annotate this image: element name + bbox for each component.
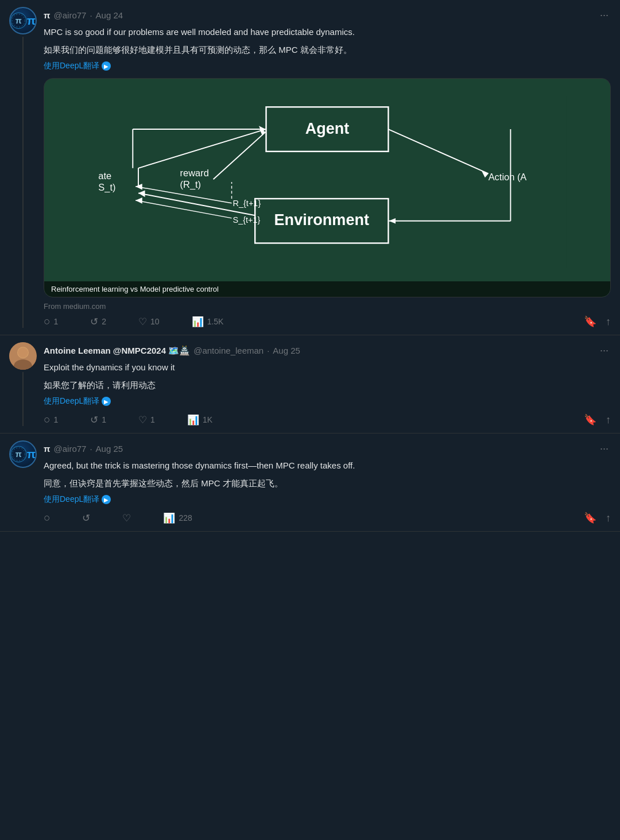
translate-link-3[interactable]: 使用DeepL翻译 ▶ [44,494,611,505]
tweet-text-cn-3: 同意，但诀窍是首先掌握这些动态，然后 MPC 才能真正起飞。 [44,477,611,490]
rl-diagram-svg: Agent Environment ate S_t) reward (R_t) … [56,96,599,268]
tweet-3-content: π @airo77 · Aug 25 ··· Agreed, but the t… [44,440,611,524]
reply-icon-2: ○ [44,413,50,426]
deepl-icon-2: ▶ [102,397,111,406]
tweet-3-actions: ○ ↺ ♡ 📊 228 🔖 ↑ [44,512,611,524]
views-count-3: 228 [179,513,192,522]
tweet-text-cn-2: 如果您了解的话，请利用动态 [44,379,611,392]
reply-action-1[interactable]: ○ 1 [44,315,58,328]
retweet-count-2: 1 [102,415,106,424]
tweet-text-en-3: Agreed, but the trick is mastering those… [44,459,611,473]
diagram-caption: Reinforcement learning vs Model predicti… [44,281,610,297]
author-handle-2: @antoine_leeman [193,346,264,355]
like-icon-1: ♡ [138,316,147,328]
svg-text:Action (A: Action (A [489,172,527,182]
svg-text:Environment: Environment [274,211,370,229]
views-icon-1: 📊 [192,316,204,328]
share-icon-1[interactable]: ↑ [606,316,611,328]
retweet-icon-2: ↺ [90,414,98,426]
avatar-antoine[interactable] [9,342,37,370]
translate-label-1: 使用DeepL翻译 [44,61,99,71]
tweet-date-2: Aug 25 [273,346,300,355]
retweet-icon-1: ↺ [90,316,98,328]
views-icon-2: 📊 [187,414,199,426]
views-icon-3: 📊 [163,512,175,524]
svg-text:π: π [16,16,22,25]
translate-link-1[interactable]: 使用DeepL翻译 ▶ [44,61,611,71]
deepl-icon-1: ▶ [102,61,111,71]
translate-label-3: 使用DeepL翻译 [44,494,99,505]
diagram-card: Agent Environment ate S_t) reward (R_t) … [44,78,611,297]
translate-link-2[interactable]: 使用DeepL翻译 ▶ [44,396,611,407]
reply-count-2: 1 [53,415,58,424]
svg-text:ate: ate [98,171,111,181]
retweet-action-2[interactable]: ↺ 1 [90,414,106,426]
tweet-2-content: Antoine Leeman @NMPC2024 🗺️🏯 @antoine_le… [44,342,611,426]
retweet-count-1: 2 [102,317,106,326]
svg-text:Agent: Agent [305,119,350,137]
tweet-2-actions: ○ 1 ↺ 1 ♡ 1 📊 1K [44,413,611,426]
reply-icon-3: ○ [44,512,50,524]
author-handle-3: @airo77 [53,444,86,454]
bookmark-icon-1[interactable]: 🔖 [584,315,596,328]
like-action-2[interactable]: ♡ 1 [138,414,155,426]
views-action-3[interactable]: 📊 228 [163,512,192,524]
retweet-icon-3: ↺ [82,512,90,524]
bookmark-icon-3[interactable]: 🔖 [584,512,596,524]
tweet-1-actions: ○ 1 ↺ 2 ♡ 10 📊 1.5K [44,315,611,328]
tweet-sep-2: · [267,346,269,355]
views-count-2: 1K [203,415,212,424]
like-action-3[interactable]: ♡ [122,512,131,524]
avatar-pi-1[interactable]: π [9,7,37,34]
like-count-1: 10 [150,317,160,326]
svg-text:reward: reward [180,168,209,178]
share-icon-2[interactable]: ↑ [606,414,611,426]
svg-text:S_{t+1}: S_{t+1} [232,215,260,224]
tweet-1: π π @airo77 · Aug 24 ··· MPC is so good … [0,0,620,335]
deepl-icon-3: ▶ [102,495,111,504]
tweet-text-en-1: MPC is so good if our problems are well … [44,26,611,39]
author-name-1: π [44,10,50,20]
author-name-2: Antoine Leeman @NMPC2024 🗺️🏯 [44,346,190,356]
source-label: From medium.com [44,302,611,311]
avatar-pi-3[interactable]: π [9,440,37,468]
tweet-2: Antoine Leeman @NMPC2024 🗺️🏯 @antoine_le… [0,335,620,433]
reply-action-2[interactable]: ○ 1 [44,413,58,426]
svg-text:R_{t+1}: R_{t+1} [232,199,261,208]
tweet-text-cn-1: 如果我们的问题能够很好地建模并且具有可预测的动态，那么 MPC 就会非常好。 [44,44,611,57]
retweet-action-1[interactable]: ↺ 2 [90,316,106,328]
tweet-1-content: π @airo77 · Aug 24 ··· MPC is so good if… [44,7,611,328]
svg-text:π: π [16,450,22,459]
views-action-2[interactable]: 📊 1K [187,414,212,426]
author-handle-1: @airo77 [53,10,86,20]
svg-point-37 [18,347,28,358]
tweet-text-en-2: Exploit the dynamics if you know it [44,361,611,374]
bookmark-icon-2[interactable]: 🔖 [584,413,596,426]
views-action-1[interactable]: 📊 1.5K [192,316,224,328]
tweet-sep-3: · [90,444,92,454]
reply-count-1: 1 [53,317,58,326]
tweet-3: π π @airo77 · Aug 25 ··· Agreed, but the… [0,433,620,532]
views-count-1: 1.5K [207,317,224,326]
like-action-1[interactable]: ♡ 10 [138,316,160,328]
tweet-time-1: · [90,10,92,20]
share-icon-3[interactable]: ↑ [606,512,611,524]
reply-icon-1: ○ [44,315,50,328]
author-name-3: π [44,444,50,454]
like-icon-2: ♡ [138,414,147,426]
more-button-3[interactable]: ··· [598,440,611,457]
svg-text:(R_t): (R_t) [180,179,202,190]
like-icon-3: ♡ [122,512,131,524]
tweet-date-1: Aug 24 [96,10,123,20]
more-button-2[interactable]: ··· [598,342,611,359]
tweet-date-3: Aug 25 [96,444,123,454]
more-button-1[interactable]: ··· [598,7,611,24]
like-count-2: 1 [150,415,155,424]
translate-label-2: 使用DeepL翻译 [44,396,99,407]
retweet-action-3[interactable]: ↺ [82,512,90,524]
svg-text:S_t): S_t) [98,182,115,193]
reply-action-3[interactable]: ○ [44,512,50,524]
